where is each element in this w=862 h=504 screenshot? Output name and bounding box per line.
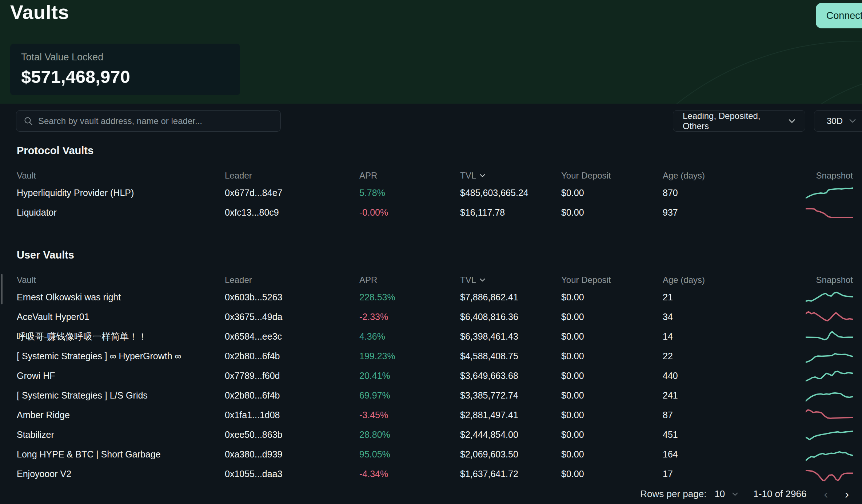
vault-your-deposit: $0.00 [561,292,663,303]
vault-apr: 4.36% [359,331,460,342]
search-box[interactable] [16,110,281,132]
scrollbar-thumb[interactable] [1,274,3,304]
vault-age: 87 [663,410,798,420]
vault-snapshot-sparkline [806,426,853,443]
column-header-leader[interactable]: Leader [225,275,359,285]
vault-leader-address: 0x6584...ee3c [225,331,359,342]
vault-tvl: $1,637,641.72 [460,469,561,479]
table-row[interactable]: AceVault Hyper01 0x3675...49da -2.33% $6… [17,307,853,327]
vault-apr: 28.80% [359,429,460,440]
period-filter-label: 30D [827,116,843,126]
vault-tvl: $2,069,603.50 [460,449,561,460]
previous-page-button[interactable]: ‹ [824,487,828,501]
vault-tvl: $3,385,772.74 [460,390,561,401]
table-row[interactable]: Long HYPE & BTC | Short Garbage 0xa380..… [17,444,853,464]
column-header-apr[interactable]: APR [359,275,460,285]
column-header-snapshot: Snapshot [816,275,853,285]
vault-tvl: $4,588,408.75 [460,351,561,361]
vault-name[interactable]: Hyperliquidity Provider (HLP) [17,188,225,198]
column-header-snapshot: Snapshot [816,171,853,181]
vault-your-deposit: $0.00 [561,188,663,198]
vault-age: 21 [663,292,798,303]
table-row[interactable]: Growi HF 0x7789...f60d 20.41% $3,649,663… [17,366,853,385]
vault-age: 17 [663,469,798,479]
vault-tvl: $7,886,862.41 [460,292,561,303]
search-icon [24,116,33,126]
column-header-age[interactable]: Age (days) [663,275,798,285]
vault-apr: -2.33% [359,312,460,322]
rows-per-page-label: Rows per page: [640,488,706,500]
rows-per-page-value[interactable]: 10 [714,488,725,500]
vault-tvl: $485,603,665.24 [460,188,561,198]
user-vaults-rows: Ernest Olkowski was right 0x603b...5263 … [17,287,853,484]
vault-leader-address: 0x3675...49da [225,312,359,322]
vault-name[interactable]: AceVault Hyper01 [17,312,225,322]
vault-leader-address: 0x7789...f60d [225,371,359,381]
vault-leader-address: 0xfc13...80c9 [225,207,359,218]
vault-name[interactable]: Long HYPE & BTC | Short Garbage [17,449,225,460]
page-title: Vaults [10,1,69,23]
table-header-row: Vault Leader APR TVL Your Deposit Age (d… [17,168,853,183]
user-vaults-table: Vault Leader APR TVL Your Deposit Age (d… [0,273,862,484]
vault-name[interactable]: Liquidator [17,207,225,218]
toolbar: Leading, Deposited, Others 30D [0,110,862,132]
vault-type-filter-dropdown[interactable]: Leading, Deposited, Others [673,110,805,132]
table-row[interactable]: Amber Ridge 0x1fa1...1d08 -3.45% $2,881,… [17,405,853,425]
tvl-value: $571,468,970 [21,67,229,87]
vault-snapshot-sparkline [806,308,853,325]
pagination-range: 1-10 of 2966 [753,488,806,500]
vault-leader-address: 0x677d...84e7 [225,188,359,198]
vault-snapshot-sparkline [806,328,853,345]
vault-age: 34 [663,312,798,322]
table-row[interactable]: Hyperliquidity Provider (HLP) 0x677d...8… [17,183,853,203]
column-header-tvl[interactable]: TVL [460,171,561,181]
vault-apr: 199.23% [359,351,460,361]
search-input[interactable] [38,116,273,126]
vault-name[interactable]: Enjoyooor V2 [17,469,225,479]
vault-your-deposit: $0.00 [561,331,663,342]
table-row[interactable]: [ Systemic Strategies ] L/S Grids 0x2b80… [17,385,853,405]
vault-name[interactable]: Growi HF [17,371,225,381]
vault-name[interactable]: 呼吸哥-赚钱像呼吸一样简单！！ [17,331,225,343]
table-row[interactable]: Stabilizer 0xee50...863b 28.80% $2,444,8… [17,425,853,444]
vault-apr: 5.78% [359,188,460,198]
vault-apr: 20.41% [359,371,460,381]
column-header-your-deposit[interactable]: Your Deposit [561,171,663,181]
vault-snapshot-sparkline [806,387,853,404]
table-row[interactable]: Ernest Olkowski was right 0x603b...5263 … [17,287,853,307]
column-header-your-deposit[interactable]: Your Deposit [561,275,663,285]
vault-your-deposit: $0.00 [561,410,663,420]
sort-chevron-down-icon [480,174,485,177]
column-header-vault[interactable]: Vault [17,171,225,181]
table-row[interactable]: [ Systemic Strategies ] ∞ HyperGrowth ∞ … [17,346,853,366]
table-row[interactable]: 呼吸哥-赚钱像呼吸一样简单！！ 0x6584...ee3c 4.36% $6,3… [17,327,853,346]
table-header-row: Vault Leader APR TVL Your Deposit Age (d… [17,273,853,287]
vault-your-deposit: $0.00 [561,351,663,361]
column-header-tvl[interactable]: TVL [460,275,561,285]
vault-tvl: $2,881,497.41 [460,410,561,420]
vault-name[interactable]: Amber Ridge [17,410,225,420]
column-header-leader[interactable]: Leader [225,171,359,181]
column-header-apr[interactable]: APR [359,171,460,181]
period-filter-dropdown[interactable]: 30D [814,110,862,132]
vault-name[interactable]: [ Systemic Strategies ] L/S Grids [17,390,225,401]
vault-apr: -3.45% [359,410,460,420]
column-header-age[interactable]: Age (days) [663,171,798,181]
connect-wallet-button[interactable]: Connect [816,3,862,28]
vault-name[interactable]: Stabilizer [17,429,225,440]
table-row[interactable]: Enjoyooor V2 0x1055...daa3 -4.34% $1,637… [17,464,853,484]
vault-age: 241 [663,390,798,401]
rows-per-page-dropdown[interactable] [732,492,738,496]
vault-name[interactable]: [ Systemic Strategies ] ∞ HyperGrowth ∞ [17,351,225,361]
vault-your-deposit: $0.00 [561,449,663,460]
column-header-vault[interactable]: Vault [17,275,225,285]
table-row[interactable]: Liquidator 0xfc13...80c9 -0.00% $16,117.… [17,203,853,222]
vault-age: 870 [663,188,798,198]
vault-name[interactable]: Ernest Olkowski was right [17,292,225,303]
vault-snapshot-sparkline [806,184,853,201]
pagination: Rows per page: 10 1-10 of 2966 ‹ › [640,487,849,501]
vault-leader-address: 0x1055...daa3 [225,469,359,479]
vault-apr: -0.00% [359,207,460,218]
next-page-button[interactable]: › [845,487,849,501]
vault-apr: 228.53% [359,292,460,303]
